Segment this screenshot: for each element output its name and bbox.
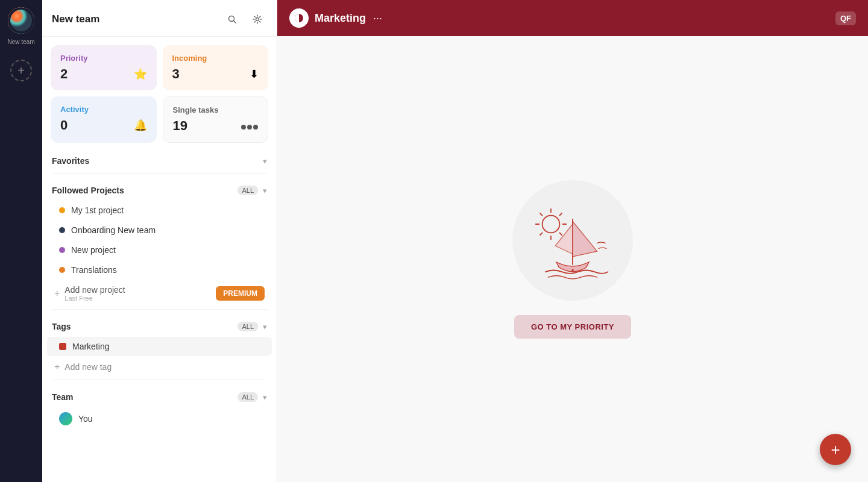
tag-label: Marketing xyxy=(72,342,109,351)
svg-point-4 xyxy=(256,18,259,21)
activity-card[interactable]: Activity 0 🔔 xyxy=(51,96,157,143)
go-to-priority-button[interactable]: GO TO MY PRIORITY xyxy=(514,315,631,339)
projects-list: My 1st project Onboarding New team New p… xyxy=(42,200,277,307)
project-label: My 1st project xyxy=(71,205,124,215)
add-project-sublabel: Last Free xyxy=(64,295,125,302)
settings-button[interactable] xyxy=(248,10,267,29)
add-project-item[interactable]: + Add new project Last Free PREMIUM xyxy=(42,280,277,307)
tags-header-right: ALL ▾ xyxy=(237,322,267,331)
activity-row: 0 🔔 xyxy=(60,117,147,133)
followed-projects-chevron: ▾ xyxy=(263,186,267,195)
favorites-section-header[interactable]: Favorites ▾ xyxy=(42,146,277,171)
tag-item-marketing[interactable]: Marketing xyxy=(47,337,272,356)
activity-label: Activity xyxy=(60,105,147,114)
member-avatar xyxy=(59,412,72,425)
header-logo xyxy=(289,8,309,28)
add-icon: + xyxy=(54,288,60,299)
svg-line-13 xyxy=(540,233,542,235)
tags-section-header[interactable]: Tags ALL ▾ xyxy=(42,312,277,336)
priority-label: Priority xyxy=(60,54,147,63)
divider-2 xyxy=(52,309,267,310)
svg-point-5 xyxy=(542,215,560,233)
header-right-icon[interactable]: QF xyxy=(835,11,856,25)
gear-icon xyxy=(253,14,262,24)
tags-badge: ALL xyxy=(237,322,258,331)
followed-projects-section-header[interactable]: Followed Projects ALL ▾ xyxy=(42,176,277,200)
followed-projects-header-left: Followed Projects xyxy=(52,186,124,195)
premium-button[interactable]: PREMIUM xyxy=(216,286,265,301)
add-tag-icon: + xyxy=(54,362,60,372)
icon-bar: New team + xyxy=(0,0,42,482)
favorites-header-left: Favorites xyxy=(52,156,89,166)
followed-projects-badge: ALL xyxy=(237,186,258,195)
sidebar: New team Priority 2 ⭐ xyxy=(42,0,277,482)
priority-row: 2 ⭐ xyxy=(60,66,147,82)
tag-dot xyxy=(59,343,66,350)
sailboat-illustration xyxy=(518,186,627,295)
fab-icon: + xyxy=(831,440,840,459)
single-tasks-card[interactable]: Single tasks 19 xyxy=(163,96,269,143)
tags-chevron: ▾ xyxy=(263,322,267,331)
single-tasks-count: 19 xyxy=(173,118,187,134)
project-item-1st[interactable]: My 1st project xyxy=(47,201,272,220)
svg-line-11 xyxy=(559,233,562,235)
project-dot xyxy=(59,247,65,253)
stats-grid: Priority 2 ⭐ Incoming 3 ⬇ Activity 0 🔔 S… xyxy=(42,37,277,146)
add-team-button[interactable]: + xyxy=(10,60,32,81)
add-tag-item[interactable]: + Add new tag xyxy=(42,357,277,377)
illustration-area: GO TO MY PRIORITY xyxy=(277,36,868,482)
team-member-you[interactable]: You xyxy=(47,407,272,430)
sidebar-header-icons xyxy=(222,10,267,29)
project-label: Translations xyxy=(71,265,117,275)
tags-title: Tags xyxy=(52,322,71,331)
team-badge: ALL xyxy=(237,392,258,402)
priority-count: 2 xyxy=(60,66,68,82)
incoming-card[interactable]: Incoming 3 ⬇ xyxy=(163,45,269,90)
priority-icon: ⭐ xyxy=(134,67,147,81)
single-tasks-row: 19 xyxy=(173,118,259,134)
divider-1 xyxy=(52,173,267,174)
qf-label: QF xyxy=(840,14,851,23)
followed-projects-header-right: ALL ▾ xyxy=(237,186,267,195)
svg-line-3 xyxy=(234,21,236,23)
incoming-icon: ⬇ xyxy=(250,67,259,81)
activity-count: 0 xyxy=(60,117,68,133)
project-item-onboarding[interactable]: Onboarding New team xyxy=(47,221,272,240)
add-project-text: Add new project Last Free xyxy=(64,285,125,302)
divider-3 xyxy=(52,380,267,380)
more-options-button[interactable]: ··· xyxy=(373,12,382,25)
member-label: You xyxy=(78,414,93,424)
team-chevron: ▾ xyxy=(263,393,267,402)
team-section-header[interactable]: Team ALL ▾ xyxy=(42,383,277,407)
svg-point-15 xyxy=(571,269,574,271)
project-dot xyxy=(59,267,65,273)
incoming-count: 3 xyxy=(172,66,180,82)
main-header: Marketing ··· QF xyxy=(277,0,868,36)
svg-point-1 xyxy=(10,10,32,31)
add-project-label: Add new project xyxy=(64,285,125,295)
followed-projects-title: Followed Projects xyxy=(52,186,124,195)
project-dot xyxy=(59,207,65,213)
svg-line-12 xyxy=(559,213,562,216)
single-tasks-icon xyxy=(241,122,258,130)
project-item-translations[interactable]: Translations xyxy=(47,260,272,280)
fab-button[interactable]: + xyxy=(820,434,851,465)
project-label: Onboarding New team xyxy=(71,225,156,235)
search-button[interactable] xyxy=(222,10,242,29)
activity-icon: 🔔 xyxy=(134,119,147,132)
favorites-chevron: ▾ xyxy=(263,157,267,166)
search-icon xyxy=(227,14,237,24)
icon-bar-team-label: New team xyxy=(7,39,34,45)
single-tasks-label: Single tasks xyxy=(173,105,259,114)
project-dot xyxy=(59,227,65,233)
incoming-label: Incoming xyxy=(172,54,259,63)
project-label: New project xyxy=(71,245,116,255)
team-header-right: ALL ▾ xyxy=(237,392,267,402)
main-header-title: Marketing xyxy=(315,12,366,25)
priority-card[interactable]: Priority 2 ⭐ xyxy=(51,45,157,90)
svg-line-10 xyxy=(540,213,542,216)
illustration-container xyxy=(512,180,633,301)
project-item-new[interactable]: New project xyxy=(47,240,272,260)
incoming-row: 3 ⬇ xyxy=(172,66,259,82)
avatar[interactable] xyxy=(8,7,34,34)
